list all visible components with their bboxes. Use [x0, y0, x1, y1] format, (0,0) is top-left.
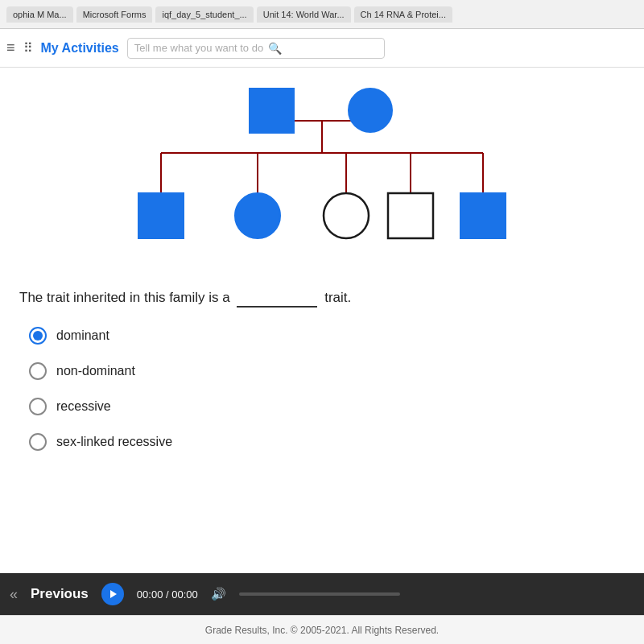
- chevron-left-icon[interactable]: «: [10, 586, 18, 603]
- tab-ch14[interactable]: Ch 14 RNA & Protei...: [354, 6, 452, 23]
- main-content: The trait inherited in this family is a …: [0, 68, 644, 573]
- footer-text: Grade Results, Inc. © 2005-2021. All Rig…: [205, 625, 439, 636]
- answer-options: dominant non-dominant recessive sex-link…: [29, 327, 625, 451]
- svg-point-12: [324, 193, 369, 238]
- option-non-dominant-label: non-dominant: [56, 364, 135, 378]
- toolbar: ≡ ⠿ My Activities Tell me what you want …: [0, 29, 644, 68]
- tab-msforms[interactable]: Microsoft Forms: [76, 6, 153, 23]
- pedigree-chart: [97, 80, 547, 274]
- svg-rect-10: [138, 193, 184, 238]
- footer: Grade Results, Inc. © 2005-2021. All Rig…: [0, 615, 644, 644]
- radio-dominant-fill: [33, 331, 43, 341]
- option-recessive-label: recessive: [56, 399, 111, 414]
- browser-tabs-bar: ophia M Ma... Microsoft Forms iqf_day_5_…: [0, 0, 644, 29]
- option-sex-linked-label: sex-linked recessive: [56, 435, 172, 449]
- tab-sophia[interactable]: ophia M Ma...: [6, 6, 73, 23]
- audio-progress-bar[interactable]: [239, 592, 400, 596]
- play-button[interactable]: [101, 583, 124, 605]
- search-icon: 🔍: [268, 42, 282, 55]
- radio-non-dominant[interactable]: [29, 362, 47, 380]
- radio-recessive[interactable]: [29, 398, 47, 415]
- radio-dominant[interactable]: [29, 327, 47, 345]
- my-activities-label: My Activities: [41, 41, 119, 56]
- svg-rect-13: [388, 193, 433, 238]
- tab-iqf[interactable]: iqf_day_5_student_...: [155, 6, 253, 23]
- search-bar[interactable]: Tell me what you want to do 🔍: [127, 38, 385, 59]
- option-dominant[interactable]: dominant: [29, 327, 625, 345]
- menu-icon[interactable]: ≡: [6, 39, 15, 56]
- bottom-nav-bar: « Previous 00:00 / 00:00 🔊: [0, 573, 644, 615]
- svg-rect-8: [250, 89, 294, 133]
- svg-point-11: [235, 193, 280, 238]
- option-recessive[interactable]: recessive: [29, 398, 625, 415]
- volume-icon[interactable]: 🔊: [211, 587, 226, 601]
- radio-sex-linked[interactable]: [29, 433, 47, 451]
- blank-line: [237, 290, 317, 308]
- apps-icon[interactable]: ⠿: [23, 40, 33, 56]
- tab-unit14[interactable]: Unit 14: World War...: [257, 6, 351, 23]
- play-icon: [110, 590, 117, 598]
- previous-button[interactable]: Previous: [31, 586, 89, 602]
- time-display: 00:00 / 00:00: [137, 588, 198, 601]
- question-text: The trait inherited in this family is a …: [19, 290, 625, 308]
- option-dominant-label: dominant: [56, 328, 109, 343]
- option-sex-linked-recessive[interactable]: sex-linked recessive: [29, 433, 625, 451]
- search-placeholder-text: Tell me what you want to do: [134, 42, 263, 54]
- option-non-dominant[interactable]: non-dominant: [29, 362, 625, 380]
- svg-point-9: [349, 89, 392, 132]
- svg-rect-14: [460, 193, 506, 238]
